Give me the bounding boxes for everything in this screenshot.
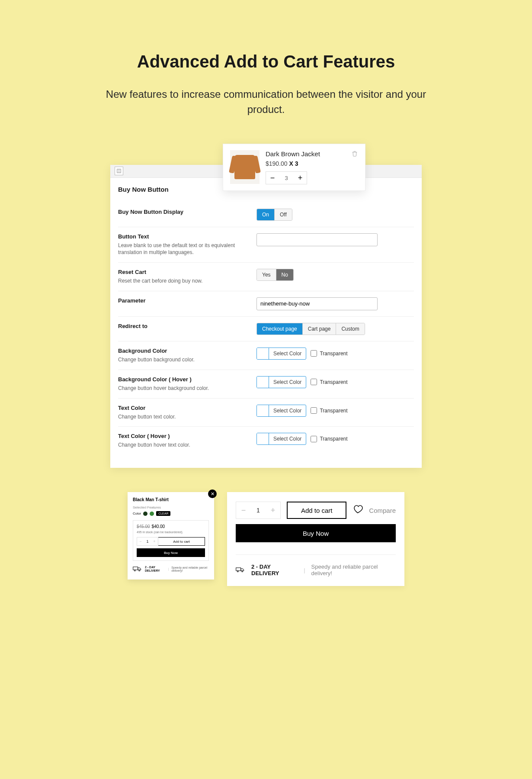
redirect-cart[interactable]: Cart page <box>303 323 337 335</box>
product-delivery-row: 2 - DAY DELIVERY | Speedy and reliable p… <box>236 554 396 576</box>
mini-cart-card: Dark Brown Jacket $190.00 X 3 − 3 + <box>223 144 365 191</box>
transparent-bg[interactable]: Transparent <box>311 350 347 357</box>
product-action-card: − 1 + Add to cart Compare Buy Now 2 - DA… <box>227 492 404 586</box>
row-button-text: Button Text Leave blank to use the defau… <box>118 227 414 263</box>
popup-color-row: Color CLEAR <box>133 511 209 516</box>
input-button-text[interactable] <box>256 233 378 246</box>
truck-icon <box>236 566 245 574</box>
color-label: Color <box>133 512 141 515</box>
colorpicker-bg[interactable]: Select Color <box>256 348 306 360</box>
popup-add-to-cart-button[interactable]: Add to cart <box>158 537 205 546</box>
popup-delivery-row: 2 - DAY DELIVERY | Speedy and reliable p… <box>133 565 209 573</box>
label-redirect: Redirect to <box>118 323 248 329</box>
svg-rect-4 <box>133 567 138 570</box>
compare-link[interactable]: Compare <box>369 507 396 514</box>
svg-point-6 <box>139 570 140 571</box>
label-button-text: Button Text <box>118 233 248 240</box>
svg-point-5 <box>134 570 135 571</box>
trash-icon[interactable] <box>351 150 358 159</box>
mini-cart-image <box>230 150 260 184</box>
desc-reset-cart: Reset the cart before doing buy now. <box>118 277 248 285</box>
row-bg-color: Background Color Change button backgroun… <box>118 341 414 370</box>
mini-cart-title: Dark Brown Jacket <box>266 150 345 158</box>
popup-qty-minus[interactable]: − <box>137 538 144 545</box>
reset-yes[interactable]: Yes <box>257 269 276 280</box>
product-qty-plus[interactable]: + <box>266 502 280 518</box>
truck-icon <box>133 565 142 573</box>
row-reset-cart: Reset Cart Reset the cart before doing b… <box>118 263 414 291</box>
segment-redirect[interactable]: Checkout page Cart page Custom <box>256 323 365 335</box>
product-add-to-cart-button[interactable]: Add to cart <box>287 502 346 519</box>
redirect-custom[interactable]: Custom <box>336 323 364 335</box>
mini-cart-price: $190.00 X 3 <box>266 160 345 167</box>
popup-delivery-text: Speedy and reliable parcel delivery! <box>171 566 209 572</box>
qty-minus-button[interactable]: − <box>266 172 279 184</box>
settings-panel: Buy Now Button Buy Now Button Display On… <box>110 165 422 468</box>
popup-selected-features: Selected Features <box>133 505 209 509</box>
popup-title: Black Man T-shirt <box>133 497 209 502</box>
quickview-popup: ✕ Black Man T-shirt Selected Features Co… <box>128 492 214 579</box>
redirect-checkout[interactable]: Checkout page <box>257 323 303 335</box>
page-headline: Advanced Add to Cart Features <box>0 52 532 71</box>
close-icon[interactable]: ✕ <box>208 489 217 498</box>
mini-cart-qty: − 3 + <box>266 171 307 184</box>
page-subline: New features to increase communication b… <box>93 87 439 117</box>
popup-buy-now-button[interactable]: Buy Now <box>137 548 205 557</box>
swatch-dark[interactable] <box>143 512 147 516</box>
svg-point-9 <box>242 570 243 572</box>
row-parameter: Parameter <box>118 291 414 317</box>
row-text-hover: Text Color ( Hover ) Change button hover… <box>118 427 414 455</box>
label-bg: Background Color <box>118 348 248 354</box>
heart-icon[interactable] <box>353 504 363 516</box>
popup-qty-plus[interactable]: + <box>151 538 158 545</box>
colorpicker-text-hover[interactable]: Select Color <box>256 433 306 445</box>
product-qty-minus[interactable]: − <box>236 502 251 518</box>
panel-icon[interactable] <box>115 167 123 175</box>
transparent-bg-hover[interactable]: Transparent <box>311 379 347 385</box>
qty-plus-button[interactable]: + <box>294 172 307 184</box>
popup-delivery-title: 2 - DAY DELIVERY <box>145 566 166 572</box>
label-bg-hover: Background Color ( Hover ) <box>118 376 248 383</box>
swatch-green[interactable] <box>150 512 154 516</box>
label-display: Buy Now Button Display <box>118 209 248 215</box>
label-reset-cart: Reset Cart <box>118 269 248 275</box>
transparent-text-hover[interactable]: Transparent <box>311 436 347 442</box>
svg-point-8 <box>237 570 238 572</box>
transparent-text[interactable]: Transparent <box>311 407 347 414</box>
row-text-color: Text Color Change button text color. Sel… <box>118 399 414 427</box>
label-text-color: Text Color <box>118 405 248 411</box>
toggle-off[interactable]: Off <box>275 209 292 220</box>
row-buy-now-display: Buy Now Button Display On Off <box>118 203 414 227</box>
toggle-on[interactable]: On <box>257 209 275 220</box>
clear-button[interactable]: CLEAR <box>156 511 170 516</box>
input-parameter[interactable] <box>256 297 378 310</box>
popup-price: $45.00$40.00 <box>137 524 205 529</box>
label-text-hover: Text Color ( Hover ) <box>118 433 248 439</box>
product-buy-now-button[interactable]: Buy Now <box>236 524 396 542</box>
toggle-display[interactable]: On Off <box>256 209 292 221</box>
row-bg-hover: Background Color ( Hover ) Change button… <box>118 370 414 399</box>
desc-button-text: Leave blank to use the default text or i… <box>118 242 248 257</box>
row-redirect: Redirect to Checkout page Cart page Cust… <box>118 317 414 341</box>
product-qty-value: 1 <box>251 502 266 518</box>
popup-qty-value: 1 <box>144 538 151 545</box>
label-parameter: Parameter <box>118 297 248 304</box>
popup-stock: 495 in stock (can be backordered) <box>137 531 205 534</box>
desc-text-color: Change button text color. <box>118 413 248 421</box>
product-qty: − 1 + <box>236 502 281 519</box>
product-delivery-title: 2 - DAY DELIVERY <box>251 563 298 576</box>
desc-bg: Change button background color. <box>118 356 248 364</box>
qty-value: 3 <box>279 175 294 181</box>
svg-rect-7 <box>236 568 241 571</box>
desc-bg-hover: Change button hover background color. <box>118 385 248 392</box>
colorpicker-text[interactable]: Select Color <box>256 405 306 417</box>
desc-text-hover: Change button hover text color. <box>118 441 248 449</box>
colorpicker-bg-hover[interactable]: Select Color <box>256 376 306 388</box>
popup-qty: − 1 + <box>137 537 158 546</box>
reset-no[interactable]: No <box>276 269 293 280</box>
toggle-reset-cart[interactable]: Yes No <box>256 269 294 281</box>
product-delivery-text: Speedy and reliable parcel delivery! <box>311 563 396 576</box>
